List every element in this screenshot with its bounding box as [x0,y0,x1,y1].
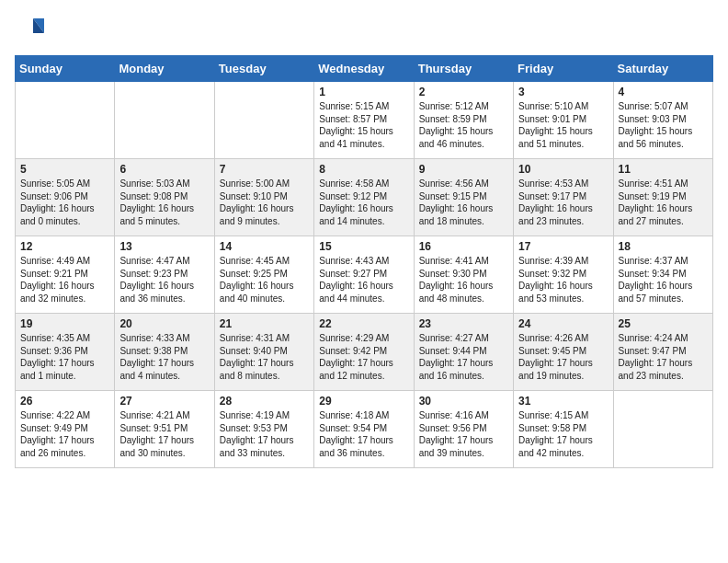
col-header-friday: Friday [514,56,613,82]
day-number: 18 [619,240,708,253]
day-info: Sunrise: 5:07 AMSunset: 9:03 PMDaylight:… [619,100,708,150]
day-cell: 14Sunrise: 4:45 AMSunset: 9:25 PMDayligh… [214,236,313,314]
day-cell: 28Sunrise: 4:19 AMSunset: 9:53 PMDayligh… [214,391,313,468]
day-info: Sunrise: 4:31 AMSunset: 9:40 PMDaylight:… [220,332,309,382]
day-cell: 21Sunrise: 4:31 AMSunset: 9:40 PMDayligh… [214,314,313,391]
day-cell: 15Sunrise: 4:43 AMSunset: 9:27 PMDayligh… [314,236,414,314]
day-number: 15 [319,240,408,253]
logo-icon [15,15,44,44]
week-row-1: 1Sunrise: 5:15 AMSunset: 8:57 PMDaylight… [16,82,713,159]
col-header-wednesday: Wednesday [314,56,414,82]
day-number: 6 [119,163,209,176]
day-cell: 11Sunrise: 4:51 AMSunset: 9:19 PMDayligh… [613,159,712,236]
day-info: Sunrise: 4:39 AMSunset: 9:32 PMDaylight:… [518,255,608,304]
day-number: 30 [419,395,508,408]
day-cell: 2Sunrise: 5:12 AMSunset: 8:59 PMDaylight… [414,82,513,159]
day-cell: 9Sunrise: 4:56 AMSunset: 9:15 PMDaylight… [414,159,513,236]
day-info: Sunrise: 5:15 AMSunset: 8:57 PMDaylight:… [319,100,408,150]
day-info: Sunrise: 4:35 AMSunset: 9:36 PMDaylight:… [20,332,109,382]
day-info: Sunrise: 4:43 AMSunset: 9:27 PMDaylight:… [319,255,408,304]
day-info: Sunrise: 5:03 AMSunset: 9:08 PMDaylight:… [119,178,209,227]
col-header-thursday: Thursday [414,56,513,82]
day-cell: 25Sunrise: 4:24 AMSunset: 9:47 PMDayligh… [613,314,712,391]
day-number: 8 [319,163,408,176]
day-cell: 24Sunrise: 4:26 AMSunset: 9:45 PMDayligh… [514,314,613,391]
day-info: Sunrise: 4:37 AMSunset: 9:34 PMDaylight:… [619,255,708,304]
day-number: 20 [119,317,209,330]
week-row-5: 26Sunrise: 4:22 AMSunset: 9:49 PMDayligh… [16,391,713,468]
day-info: Sunrise: 4:26 AMSunset: 9:45 PMDaylight:… [518,332,608,382]
day-info: Sunrise: 4:47 AMSunset: 9:23 PMDaylight:… [119,255,209,304]
calendar-table: SundayMondayTuesdayWednesdayThursdayFrid… [15,55,713,468]
day-info: Sunrise: 4:21 AMSunset: 9:51 PMDaylight:… [119,409,209,459]
day-number: 14 [220,240,309,253]
day-info: Sunrise: 4:45 AMSunset: 9:25 PMDaylight:… [220,255,309,304]
day-number: 25 [619,317,708,330]
day-number: 12 [20,240,109,253]
col-header-tuesday: Tuesday [214,56,313,82]
day-info: Sunrise: 4:16 AMSunset: 9:56 PMDaylight:… [419,409,508,459]
day-info: Sunrise: 4:58 AMSunset: 9:12 PMDaylight:… [319,178,408,227]
day-number: 28 [220,395,309,408]
day-number: 22 [319,317,408,330]
day-info: Sunrise: 4:51 AMSunset: 9:19 PMDaylight:… [619,178,708,227]
day-cell: 6Sunrise: 5:03 AMSunset: 9:08 PMDaylight… [115,159,214,236]
day-cell: 20Sunrise: 4:33 AMSunset: 9:38 PMDayligh… [115,314,214,391]
day-cell: 27Sunrise: 4:21 AMSunset: 9:51 PMDayligh… [115,391,214,468]
week-row-3: 12Sunrise: 4:49 AMSunset: 9:21 PMDayligh… [16,236,713,314]
day-cell: 10Sunrise: 4:53 AMSunset: 9:17 PMDayligh… [514,159,613,236]
day-number: 9 [419,163,508,176]
day-info: Sunrise: 5:10 AMSunset: 9:01 PMDaylight:… [518,100,608,150]
day-info: Sunrise: 4:29 AMSunset: 9:42 PMDaylight:… [319,332,408,382]
header [15,15,713,44]
day-number: 19 [20,317,109,330]
day-info: Sunrise: 4:49 AMSunset: 9:21 PMDaylight:… [20,255,109,304]
col-header-monday: Monday [115,56,214,82]
day-cell: 17Sunrise: 4:39 AMSunset: 9:32 PMDayligh… [514,236,613,314]
day-cell: 16Sunrise: 4:41 AMSunset: 9:30 PMDayligh… [414,236,513,314]
day-cell: 30Sunrise: 4:16 AMSunset: 9:56 PMDayligh… [414,391,513,468]
day-info: Sunrise: 4:19 AMSunset: 9:53 PMDaylight:… [220,409,309,459]
day-cell: 5Sunrise: 5:05 AMSunset: 9:06 PMDaylight… [16,159,115,236]
day-number: 23 [419,317,508,330]
day-cell: 26Sunrise: 4:22 AMSunset: 9:49 PMDayligh… [16,391,115,468]
logo [15,15,48,44]
day-info: Sunrise: 4:18 AMSunset: 9:54 PMDaylight:… [319,409,408,459]
day-cell: 4Sunrise: 5:07 AMSunset: 9:03 PMDaylight… [613,82,712,159]
day-info: Sunrise: 5:05 AMSunset: 9:06 PMDaylight:… [20,178,109,227]
day-cell: 13Sunrise: 4:47 AMSunset: 9:23 PMDayligh… [115,236,214,314]
day-number: 2 [419,86,508,98]
week-row-2: 5Sunrise: 5:05 AMSunset: 9:06 PMDaylight… [16,159,713,236]
day-info: Sunrise: 4:41 AMSunset: 9:30 PMDaylight:… [419,255,508,304]
day-number: 7 [220,163,309,176]
day-number: 24 [518,317,608,330]
day-cell: 18Sunrise: 4:37 AMSunset: 9:34 PMDayligh… [613,236,712,314]
day-cell: 8Sunrise: 4:58 AMSunset: 9:12 PMDaylight… [314,159,414,236]
day-info: Sunrise: 4:53 AMSunset: 9:17 PMDaylight:… [518,178,608,227]
day-cell: 19Sunrise: 4:35 AMSunset: 9:36 PMDayligh… [16,314,115,391]
day-cell [115,82,214,159]
day-number: 17 [518,240,608,253]
day-info: Sunrise: 4:15 AMSunset: 9:58 PMDaylight:… [518,409,608,459]
day-info: Sunrise: 5:00 AMSunset: 9:10 PMDaylight:… [220,178,309,227]
week-row-4: 19Sunrise: 4:35 AMSunset: 9:36 PMDayligh… [16,314,713,391]
day-number: 3 [518,86,608,98]
day-cell: 29Sunrise: 4:18 AMSunset: 9:54 PMDayligh… [314,391,414,468]
col-header-sunday: Sunday [16,56,115,82]
day-info: Sunrise: 4:56 AMSunset: 9:15 PMDaylight:… [419,178,508,227]
day-number: 16 [419,240,508,253]
day-number: 1 [319,86,408,98]
day-number: 27 [119,395,209,408]
day-cell: 23Sunrise: 4:27 AMSunset: 9:44 PMDayligh… [414,314,513,391]
col-header-saturday: Saturday [613,56,712,82]
day-info: Sunrise: 4:33 AMSunset: 9:38 PMDaylight:… [119,332,209,382]
day-cell: 1Sunrise: 5:15 AMSunset: 8:57 PMDaylight… [314,82,414,159]
day-cell: 12Sunrise: 4:49 AMSunset: 9:21 PMDayligh… [16,236,115,314]
day-info: Sunrise: 5:12 AMSunset: 8:59 PMDaylight:… [419,100,508,150]
day-number: 5 [20,163,109,176]
day-number: 11 [619,163,708,176]
header-row: SundayMondayTuesdayWednesdayThursdayFrid… [16,56,713,82]
day-cell [214,82,313,159]
day-number: 26 [20,395,109,408]
day-info: Sunrise: 4:24 AMSunset: 9:47 PMDaylight:… [619,332,708,382]
